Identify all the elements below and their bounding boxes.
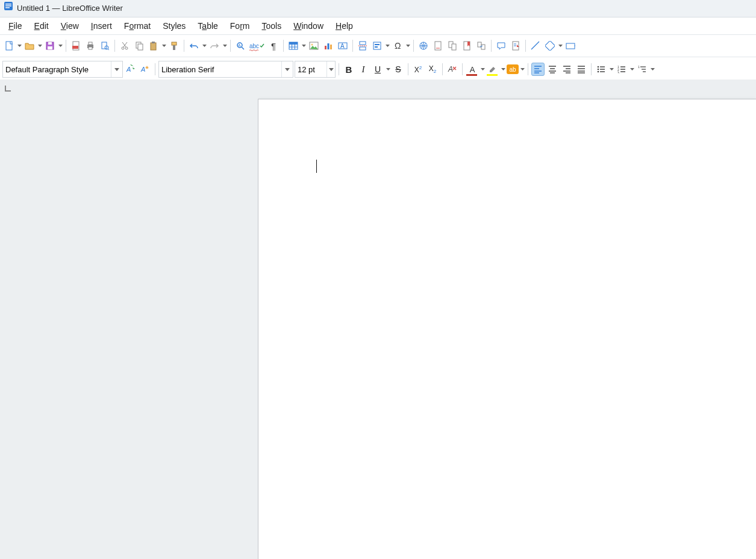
- save-button[interactable]: [43, 39, 57, 52]
- outline-list-button[interactable]: 1: [636, 63, 649, 76]
- separator: [591, 63, 592, 75]
- font-name-input[interactable]: [159, 61, 281, 77]
- redo-dropdown[interactable]: [222, 39, 227, 52]
- basic-shapes-button[interactable]: [543, 39, 557, 52]
- insert-comment-button[interactable]: [495, 39, 508, 52]
- cut-button[interactable]: [118, 39, 131, 52]
- insert-bookmark-button[interactable]: [460, 39, 473, 52]
- font-name-dropdown[interactable]: [281, 61, 293, 77]
- redo-button[interactable]: [208, 39, 221, 52]
- bold-button[interactable]: B: [342, 63, 355, 76]
- menu-view[interactable]: View: [55, 19, 85, 33]
- superscript-button[interactable]: X2: [411, 63, 425, 76]
- menu-window[interactable]: Window: [287, 19, 330, 33]
- new-style-button[interactable]: A: [139, 63, 152, 76]
- find-replace-button[interactable]: A: [234, 39, 247, 52]
- basic-shapes-dropdown[interactable]: [558, 39, 563, 52]
- insert-field-button[interactable]: [370, 39, 384, 52]
- outline-list-dropdown[interactable]: [650, 63, 655, 76]
- char-highlight-dropdown[interactable]: [520, 63, 525, 76]
- insert-textbox-button[interactable]: A: [336, 39, 349, 52]
- highlight-color-button[interactable]: [486, 63, 499, 76]
- export-pdf-button[interactable]: [69, 39, 83, 52]
- insert-endnote-button[interactable]: [446, 39, 459, 52]
- menu-file[interactable]: File: [2, 19, 28, 33]
- insert-table-button[interactable]: [287, 39, 300, 52]
- menu-edit[interactable]: Edit: [28, 19, 55, 33]
- undo-dropdown[interactable]: [202, 39, 207, 52]
- open-dropdown[interactable]: [37, 39, 42, 52]
- strikethrough-button[interactable]: S: [392, 63, 405, 76]
- spellcheck-button[interactable]: abc: [248, 39, 266, 52]
- bullet-list-button[interactable]: [595, 63, 608, 76]
- paragraph-style-dropdown[interactable]: [111, 61, 122, 77]
- separator: [528, 63, 528, 75]
- font-name-combo[interactable]: [158, 61, 293, 78]
- paste-dropdown[interactable]: [161, 39, 166, 52]
- svg-text:3: 3: [617, 71, 619, 73]
- align-left-button[interactable]: [531, 63, 545, 76]
- insert-image-button[interactable]: [307, 39, 320, 52]
- new-button[interactable]: [2, 39, 16, 52]
- numbered-list-dropdown[interactable]: [629, 63, 634, 76]
- track-changes-button[interactable]: [509, 39, 522, 52]
- insert-cross-reference-button[interactable]: [475, 39, 488, 52]
- svg-rect-40: [360, 42, 366, 45]
- insert-chart-button[interactable]: [322, 39, 335, 52]
- separator: [352, 40, 353, 52]
- menu-format[interactable]: Format: [118, 19, 157, 33]
- insert-special-char-button[interactable]: Ω: [391, 39, 404, 52]
- menu-help[interactable]: Help: [330, 19, 359, 33]
- menu-form[interactable]: Form: [224, 19, 256, 33]
- insert-hyperlink-button[interactable]: [417, 39, 430, 52]
- justify-button[interactable]: [575, 63, 588, 76]
- undo-button[interactable]: [187, 39, 201, 52]
- italic-button[interactable]: I: [357, 63, 370, 76]
- update-style-button[interactable]: A: [124, 63, 137, 76]
- font-color-dropdown[interactable]: [480, 63, 485, 76]
- insert-line-button[interactable]: [529, 39, 542, 52]
- svg-rect-12: [89, 47, 92, 49]
- print-preview-button[interactable]: [98, 39, 111, 52]
- separator: [442, 63, 443, 75]
- menu-table[interactable]: Table: [192, 19, 223, 33]
- save-dropdown[interactable]: [58, 39, 63, 52]
- font-size-dropdown[interactable]: [326, 61, 335, 77]
- insert-special-char-dropdown[interactable]: [405, 39, 410, 52]
- formatting-marks-button[interactable]: ¶: [267, 39, 280, 52]
- paragraph-style-combo[interactable]: [2, 61, 123, 78]
- underline-dropdown[interactable]: [386, 63, 390, 76]
- insert-page-break-button[interactable]: [356, 39, 369, 52]
- svg-rect-50: [452, 44, 456, 50]
- draw-functions-button[interactable]: [564, 39, 577, 52]
- insert-table-dropdown[interactable]: [301, 39, 306, 52]
- insert-field-dropdown[interactable]: [385, 39, 390, 52]
- clear-formatting-button[interactable]: A: [446, 63, 459, 76]
- font-size-input[interactable]: [295, 61, 326, 77]
- bullet-list-dropdown[interactable]: [609, 63, 614, 76]
- subscript-button[interactable]: X2: [426, 63, 439, 76]
- open-button[interactable]: [23, 39, 36, 52]
- svg-rect-45: [375, 46, 378, 48]
- print-button[interactable]: [84, 39, 97, 52]
- new-dropdown[interactable]: [17, 39, 22, 52]
- document-page[interactable]: [258, 99, 756, 559]
- paragraph-style-input[interactable]: [3, 61, 111, 77]
- copy-button[interactable]: [133, 39, 146, 52]
- paste-button[interactable]: [147, 39, 160, 52]
- highlight-color-dropdown[interactable]: [501, 63, 505, 76]
- font-color-button[interactable]: A: [466, 63, 479, 76]
- svg-rect-53: [481, 45, 485, 49]
- clone-formatting-button[interactable]: [167, 39, 181, 52]
- underline-button[interactable]: U: [371, 63, 384, 76]
- menu-tools[interactable]: Tools: [256, 19, 288, 33]
- page-viewport[interactable]: [258, 80, 756, 559]
- menu-insert[interactable]: Insert: [85, 19, 118, 33]
- menu-styles[interactable]: Styles: [157, 19, 192, 33]
- align-center-button[interactable]: [546, 63, 559, 76]
- numbered-list-button[interactable]: 123: [615, 63, 628, 76]
- insert-footnote-button[interactable]: [431, 39, 445, 52]
- align-right-button[interactable]: [560, 63, 573, 76]
- font-size-combo[interactable]: [295, 61, 336, 78]
- char-highlight-button[interactable]: ab: [507, 64, 519, 74]
